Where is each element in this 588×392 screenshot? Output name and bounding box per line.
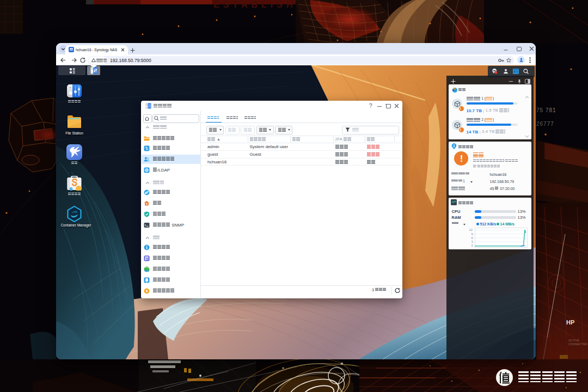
svg-text:26777: 26777 bbox=[536, 121, 554, 127]
svg-text:HP: HP bbox=[566, 319, 574, 326]
svg-text:75 781: 75 781 bbox=[536, 107, 556, 113]
